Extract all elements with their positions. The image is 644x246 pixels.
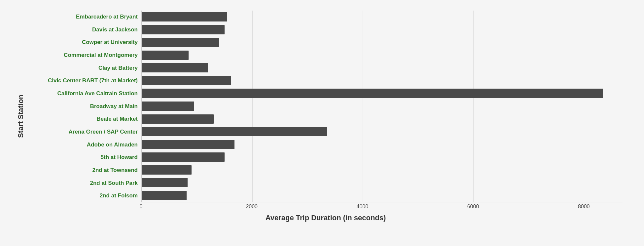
chart-area: Start Station Embarcadero at BryantDavis… xyxy=(15,11,623,222)
x-axis-title: Average Trip Duration (in seconds) xyxy=(29,214,623,222)
station-label: Civic Center BART (7th at Market) xyxy=(29,75,138,87)
station-label: 2nd at Townsend xyxy=(29,164,138,177)
station-label: Clay at Battery xyxy=(29,62,138,74)
bar xyxy=(142,89,603,98)
bar xyxy=(142,12,227,21)
station-label: Commercial at Montgomery xyxy=(29,49,138,62)
station-label: Cowper at University xyxy=(29,36,138,49)
chart-container: Start Station Embarcadero at BryantDavis… xyxy=(8,4,636,242)
bar-row xyxy=(142,177,623,188)
bar-row xyxy=(142,164,623,176)
bar-row xyxy=(142,87,623,99)
station-label: 2nd at Folsom xyxy=(29,190,138,202)
bar-row xyxy=(142,49,623,61)
y-axis-label: Start Station xyxy=(15,11,27,222)
bar xyxy=(142,127,327,136)
station-label: Adobe on Almaden xyxy=(29,139,138,151)
station-label: 2nd at South Park xyxy=(29,177,138,189)
bar-row xyxy=(142,189,623,201)
station-label: Beale at Market xyxy=(29,113,138,126)
station-label: 5th at Howard xyxy=(29,151,138,164)
bar xyxy=(142,63,208,72)
bar xyxy=(142,165,192,175)
station-label: Broadway at Main xyxy=(29,100,138,113)
station-label: Arena Green / SAP Center xyxy=(29,126,138,138)
bar-row xyxy=(142,11,623,23)
bar xyxy=(142,178,188,187)
bar xyxy=(142,114,214,124)
bar-row xyxy=(142,139,623,150)
station-label: Embarcadero at Bryant xyxy=(29,11,138,23)
x-tick-label: 8000 xyxy=(578,204,590,210)
station-label: Davis at Jackson xyxy=(29,23,138,36)
x-tick-label: 2000 xyxy=(246,204,258,210)
bar xyxy=(142,38,219,47)
bars-area xyxy=(141,11,623,202)
station-labels: Embarcadero at BryantDavis at JacksonCow… xyxy=(29,11,141,202)
x-tick-label: 0 xyxy=(140,204,143,210)
bar xyxy=(142,76,231,85)
bar-row xyxy=(142,100,623,112)
bar xyxy=(142,152,225,162)
bar-row xyxy=(142,113,623,125)
plot-area: Embarcadero at BryantDavis at JacksonCow… xyxy=(29,11,623,202)
bar xyxy=(142,191,187,200)
bar xyxy=(142,102,194,111)
x-axis-ticks: 02000400060008000 xyxy=(141,202,623,212)
station-label: California Ave Caltrain Station xyxy=(29,87,138,100)
bar-row xyxy=(142,75,623,87)
bar-row xyxy=(142,126,623,138)
x-tick-label: 6000 xyxy=(467,204,479,210)
bar-row xyxy=(142,62,623,74)
bar-row xyxy=(142,36,623,48)
bar xyxy=(142,140,234,149)
bar xyxy=(142,25,225,34)
chart-inner: Embarcadero at BryantDavis at JacksonCow… xyxy=(29,11,623,222)
x-tick-label: 4000 xyxy=(357,204,369,210)
bar xyxy=(142,51,189,60)
bar-row xyxy=(142,24,623,36)
bar-row xyxy=(142,151,623,163)
